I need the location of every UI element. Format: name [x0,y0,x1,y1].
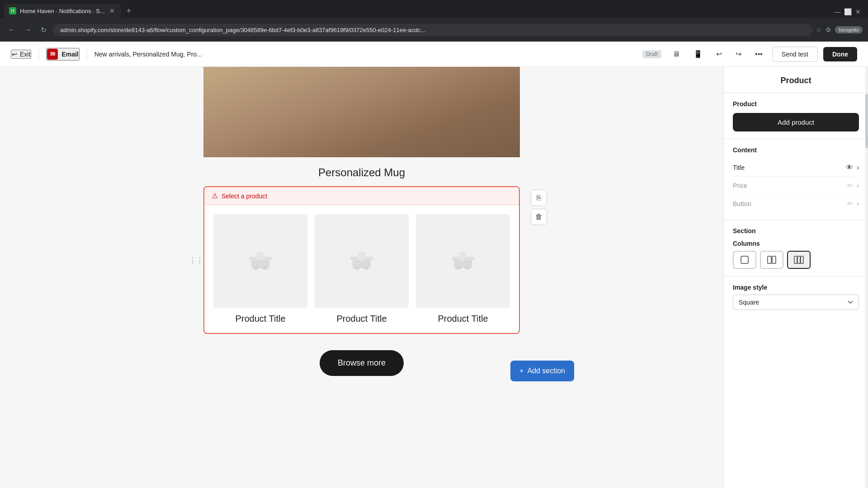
svg-rect-17 [772,256,776,263]
redo-button[interactable]: ↪ [731,47,745,61]
email-button[interactable]: ✉ Email [46,48,79,61]
section-columns-section: Section Columns [724,220,868,277]
columns-label: Columns [733,240,859,247]
undo-button[interactable]: ↩ [712,47,726,61]
column-options [733,251,859,269]
svg-point-3 [262,266,268,270]
header-divider-2 [87,48,87,61]
product-thumb-2 [315,214,409,308]
content-row-title-label: Title [733,164,846,171]
svg-rect-16 [768,256,771,263]
tab-favicon: H [9,7,16,14]
maximize-button[interactable]: ⬜ [844,8,852,15]
column-option-2[interactable] [760,251,783,269]
price-expand-button[interactable]: › [857,182,859,190]
close-window-button[interactable]: ✕ [855,8,861,15]
browser-chrome: H Home Haven · Notifications · S... ✕ + … [0,0,868,42]
product-card-title-1: Product Title [235,314,285,324]
email-icon: ✉ [47,49,58,60]
desktop-preview-button[interactable]: 🖥 [669,47,684,61]
content-row-button-actions: ✏ › [847,199,859,208]
drag-handle-icon[interactable]: ⋮⋮ [189,256,203,264]
product-card-title-2: Product Title [336,314,387,324]
address-input[interactable] [53,24,812,36]
title-visibility-button[interactable]: 👁 [846,164,853,172]
tab-title: Home Haven · Notifications · S... [20,8,105,14]
header-divider [38,48,39,61]
select-product-banner: ⚠ Select a product [204,187,519,205]
svg-rect-14 [459,252,467,260]
canvas-area: Personalized Mug ⋮⋮ ⚠ Select a product [0,67,723,488]
product-image-section: Personalized Mug [203,67,520,186]
extension-icon[interactable]: ⚙ [826,26,831,33]
right-panel: Product Product Add product Content Titl… [723,67,868,488]
content-row-price-actions: ✏ › [847,181,859,190]
svg-rect-9 [358,252,365,260]
mobile-preview-button[interactable]: 📱 [689,47,707,61]
add-section-label: Add section [527,367,565,375]
reload-button[interactable]: ↻ [38,24,49,36]
content-row-title: Title 👁 › [733,159,859,177]
svg-rect-4 [257,252,264,260]
svg-rect-18 [794,256,797,263]
exit-label: Exit [20,51,30,58]
panel-scrollbar-thumb[interactable] [865,94,868,148]
product-name: Personalized Mug [203,157,520,186]
more-options-button[interactable]: ••• [751,47,767,61]
copy-block-button[interactable]: ⎘ [531,190,547,206]
add-icon: + [519,367,524,375]
column-option-3[interactable] [787,251,811,269]
warning-icon: ⚠ [212,192,218,200]
incognito-badge: Incognito [835,26,863,33]
draft-badge: Draft [642,50,661,58]
add-section-button[interactable]: + Add section [510,361,574,381]
button-expand-button[interactable]: › [857,200,859,208]
tab-bar: H Home Haven · Notifications · S... ✕ + … [0,0,868,18]
email-canvas: Personalized Mug ⋮⋮ ⚠ Select a product [203,67,520,381]
column-option-1[interactable] [733,251,756,269]
browse-more-button[interactable]: Browse more [320,350,404,376]
content-section: Content Title 👁 › Price ✏ › Button ✏ [724,139,868,220]
email-label: Email [61,51,78,58]
new-tab-button[interactable]: + [123,5,135,18]
product-card-title-3: Product Title [438,314,488,324]
delete-block-button[interactable]: 🗑 [531,209,547,225]
product-card-3: Product Title [416,214,510,324]
product-thumb-1 [213,214,307,308]
image-style-select[interactable]: Square Portrait Landscape Circle [733,295,859,310]
content-row-price-label: Price [733,182,847,189]
forward-button[interactable]: → [22,24,34,36]
title-expand-button[interactable]: › [857,164,859,172]
minimize-button[interactable]: — [834,8,840,15]
window-controls: — ⬜ ✕ [834,6,864,15]
block-action-icons: ⎘ 🗑 [531,190,547,225]
address-bar: ← → ↻ ☆ ⚙ Incognito [0,18,868,42]
svg-point-12 [456,266,461,270]
product-block[interactable]: ⚠ Select a product [203,186,520,334]
product-section: Product Add product [724,93,868,139]
product-card-1: Product Title [213,214,307,324]
bookmark-icon[interactable]: ☆ [816,26,822,33]
content-row-title-actions: 👁 › [846,164,859,172]
svg-point-8 [363,266,369,270]
active-tab[interactable]: H Home Haven · Notifications · S... ✕ [4,4,121,18]
content-row-button: Button ✏ › [733,195,859,212]
product-card-2: Product Title [315,214,409,324]
content-section-label: Content [733,146,859,154]
content-row-button-label: Button [733,200,847,207]
done-button[interactable]: Done [823,47,857,61]
back-button[interactable]: ← [5,24,18,36]
svg-rect-20 [801,256,803,263]
address-icons: ☆ ⚙ Incognito [816,26,863,33]
app-header: ↩ Exit ✉ Email New arrivals, Personalize… [0,42,868,67]
button-edit-button[interactable]: ✏ [847,199,853,208]
svg-rect-15 [741,256,748,263]
panel-scrollbar [865,67,868,488]
tab-close-icon[interactable]: ✕ [108,6,116,15]
send-test-button[interactable]: Send test [772,47,818,62]
exit-button[interactable]: ↩ Exit [11,50,31,59]
price-edit-button[interactable]: ✏ [847,181,853,190]
image-style-section: Image style Square Portrait Landscape Ci… [724,277,868,317]
add-product-button[interactable]: Add product [733,113,859,131]
image-style-label: Image style [733,284,859,291]
